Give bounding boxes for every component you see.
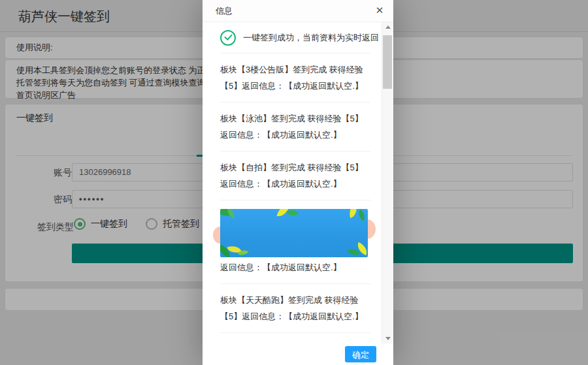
close-icon[interactable]: ✕ (374, 5, 385, 16)
success-message: 一键签到成功，当前资料为实时返回 (243, 32, 379, 44)
dialog-footer: 确定 (203, 343, 393, 365)
list-item: 板块【天天酷跑】签到完成 获得经验【5】返回信息：【成功返回默认空.】 (220, 284, 370, 333)
banner-image (220, 209, 368, 257)
confirm-button[interactable]: 确定 (345, 346, 376, 362)
screen: 葫芦侠一键签到 使用说明: 使用本工具签到会顶掉您之前账号的登录状态 为正常现象… (0, 0, 588, 365)
check-circle-icon (220, 30, 236, 46)
dialog-scrollbar[interactable] (382, 22, 393, 343)
list-item-text: 板块【3楼公告版】签到完成 获得经验【5】返回信息：【成功返回默认空.】 (220, 61, 370, 94)
dialog-content[interactable]: 一键签到成功，当前资料为实时返回 板块【3楼公告版】签到完成 获得经验【5】返回… (203, 22, 382, 343)
scrollbar-thumb[interactable] (383, 35, 392, 89)
signin-result-list: 板块【3楼公告版】签到完成 获得经验【5】返回信息：【成功返回默认空.】 板块【… (220, 54, 370, 343)
list-item: 板块【葫芦山】签到完成 获得经验【5】返回信息：【成功返回默认空.】 (220, 333, 370, 343)
scroll-up-arrow-icon[interactable] (382, 22, 393, 32)
list-item-text: 板块【泳池】签到完成 获得经验【5】返回信息：【成功返回默认空.】 (220, 110, 370, 143)
banner-background (220, 209, 368, 257)
list-item: 板块【自拍】签到完成 获得经验【5】返回信息：【成功返回默认空.】 (220, 151, 370, 200)
list-item: 板块【3楼公告版】签到完成 获得经验【5】返回信息：【成功返回默认空.】 (220, 54, 370, 103)
scroll-down-arrow-icon[interactable] (382, 334, 393, 343)
list-item: 板块【泳池】签到完成 获得经验【5】返回信息：【成功返回默认空.】 (220, 103, 370, 151)
info-dialog: 信息 ✕ 一键签到成功，当前资料为实时返回 (203, 0, 393, 365)
success-row: 一键签到成功，当前资料为实时返回 (220, 22, 370, 54)
dialog-titlebar: 信息 ✕ (203, 0, 393, 22)
list-item: 返回信息：【成功返回默认空.】 (220, 200, 370, 284)
list-item-text: 返回信息：【成功返回默认空.】 (220, 259, 370, 276)
list-item-text: 板块【自拍】签到完成 获得经验【5】返回信息：【成功返回默认空.】 (220, 159, 370, 192)
dialog-title: 信息 (203, 0, 393, 22)
list-item-text: 板块【天天酷跑】签到完成 获得经验【5】返回信息：【成功返回默认空.】 (220, 292, 370, 325)
